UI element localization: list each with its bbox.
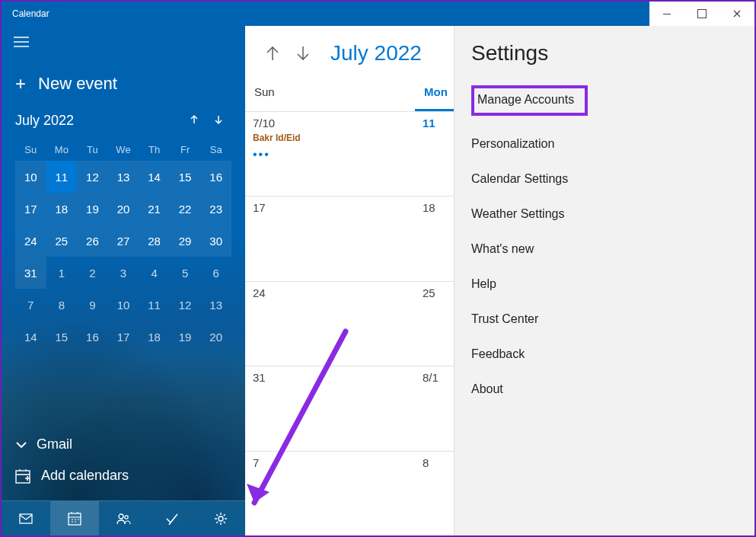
- mini-day[interactable]: 10: [108, 289, 139, 321]
- svg-point-3: [119, 514, 123, 519]
- window-maximize-button[interactable]: [684, 2, 719, 26]
- mini-day[interactable]: 16: [200, 161, 231, 193]
- mini-day[interactable]: 20: [200, 321, 231, 353]
- mini-day[interactable]: 19: [170, 321, 201, 353]
- cell-date: 24: [253, 286, 407, 299]
- cell-date: 7: [253, 456, 407, 469]
- mini-day[interactable]: 18: [139, 321, 170, 353]
- mini-day[interactable]: 4: [139, 257, 170, 289]
- settings-item-personalization[interactable]: Personalization: [471, 126, 738, 161]
- mini-day[interactable]: 22: [170, 193, 201, 225]
- mini-day[interactable]: 17: [15, 193, 46, 225]
- add-calendar-icon: [15, 468, 30, 484]
- mini-day[interactable]: 12: [77, 161, 108, 193]
- mini-day-header: Sa: [200, 138, 231, 161]
- mini-day[interactable]: 15: [46, 321, 78, 353]
- settings-item-help[interactable]: Help: [471, 267, 738, 302]
- mini-day[interactable]: 25: [46, 225, 78, 257]
- mini-day[interactable]: 11: [46, 161, 78, 193]
- mini-day-header: Su: [15, 138, 46, 161]
- window-minimize-button[interactable]: [649, 2, 684, 26]
- calendar-cell[interactable]: 24: [245, 281, 415, 366]
- mini-day-header: Fr: [170, 138, 201, 161]
- mini-next-button[interactable]: [213, 113, 224, 129]
- mini-day[interactable]: 9: [77, 289, 108, 321]
- mini-day[interactable]: 26: [77, 225, 108, 257]
- day-header: Sun: [245, 79, 415, 111]
- mini-month-label: July 2022: [15, 113, 189, 129]
- calendar-cell[interactable]: 7: [245, 451, 415, 535]
- mini-day[interactable]: 23: [200, 193, 231, 225]
- settings-item-feedback[interactable]: Feedback: [471, 337, 738, 372]
- people-app-button[interactable]: [99, 501, 148, 535]
- mini-day[interactable]: 16: [77, 321, 108, 353]
- main-month-title[interactable]: July 2022: [330, 41, 422, 66]
- new-event-label: New event: [38, 74, 117, 94]
- mini-day[interactable]: 14: [15, 321, 46, 353]
- mini-day-header: We: [108, 138, 139, 161]
- mini-day[interactable]: 27: [108, 225, 139, 257]
- mini-day[interactable]: 28: [139, 225, 170, 257]
- mini-day[interactable]: 21: [139, 193, 170, 225]
- mini-day[interactable]: 30: [200, 225, 231, 257]
- mini-day[interactable]: 31: [15, 257, 46, 289]
- window-title: Calendar: [2, 8, 649, 19]
- mini-day[interactable]: 20: [108, 193, 139, 225]
- account-gmail[interactable]: Gmail: [12, 429, 234, 460]
- mini-day[interactable]: 17: [108, 321, 139, 353]
- next-period-button[interactable]: [292, 43, 314, 64]
- mini-day-header: Th: [139, 138, 170, 161]
- chevron-down-icon: [15, 439, 27, 451]
- mini-day[interactable]: 6: [200, 257, 231, 289]
- mini-day-header: Mo: [46, 138, 78, 161]
- mini-calendar: July 2022 SuMoTuWeThFrSa1011121314151617…: [2, 113, 245, 353]
- add-calendars-label: Add calendars: [41, 468, 129, 484]
- mail-app-button[interactable]: [2, 501, 50, 535]
- mini-day[interactable]: 2: [77, 257, 108, 289]
- mini-day[interactable]: 5: [170, 257, 201, 289]
- mini-day[interactable]: 18: [46, 193, 78, 225]
- mini-day[interactable]: 19: [77, 193, 108, 225]
- todo-app-button[interactable]: [148, 501, 196, 535]
- hamburger-menu-button[interactable]: [2, 26, 245, 58]
- mini-day[interactable]: 13: [108, 161, 139, 193]
- mini-prev-button[interactable]: [189, 113, 199, 129]
- calendar-cell[interactable]: 17: [245, 196, 415, 280]
- more-events-button[interactable]: •••: [253, 148, 407, 161]
- settings-item-about[interactable]: About: [471, 372, 738, 407]
- mini-day[interactable]: 3: [108, 257, 139, 289]
- settings-item-what-s-new[interactable]: What's new: [471, 232, 738, 267]
- event[interactable]: Bakr Id/Eid: [253, 133, 407, 143]
- mini-day[interactable]: 13: [200, 289, 231, 321]
- account-label: Gmail: [37, 436, 72, 452]
- settings-item-manage-accounts[interactable]: Manage Accounts: [471, 85, 588, 116]
- mini-day[interactable]: 11: [139, 289, 170, 321]
- mini-day[interactable]: 10: [15, 161, 46, 193]
- mini-day[interactable]: 14: [139, 161, 170, 193]
- mini-day[interactable]: 1: [46, 257, 78, 289]
- mini-day[interactable]: 7: [15, 289, 46, 321]
- settings-pane: Settings Manage AccountsPersonalizationC…: [454, 26, 754, 535]
- calendar-app-button[interactable]: [50, 501, 99, 535]
- settings-item-weather-settings[interactable]: Weather Settings: [471, 197, 738, 232]
- mini-day[interactable]: 24: [15, 225, 46, 257]
- mini-day[interactable]: 8: [46, 289, 78, 321]
- svg-rect-1: [20, 514, 32, 523]
- settings-title: Settings: [471, 41, 738, 66]
- calendar-main-view: July 2022 SunMonTue 7/10Bakr Id/Eid•••11…: [245, 26, 754, 535]
- prev-period-button[interactable]: [262, 43, 283, 64]
- settings-item-trust-center[interactable]: Trust Center: [471, 302, 738, 337]
- calendar-cell[interactable]: 7/10Bakr Id/Eid•••: [245, 111, 415, 196]
- calendar-cell[interactable]: 31: [245, 366, 415, 450]
- svg-point-5: [219, 516, 223, 521]
- mini-day[interactable]: 12: [170, 289, 201, 321]
- mini-day-header: Tu: [77, 138, 108, 161]
- mini-day[interactable]: 15: [170, 161, 201, 193]
- window-close-button[interactable]: [719, 2, 754, 26]
- settings-button[interactable]: [196, 501, 245, 535]
- new-event-button[interactable]: + New event: [2, 58, 245, 113]
- settings-item-calendar-settings[interactable]: Calendar Settings: [471, 161, 738, 197]
- sidebar: + New event July 2022 SuMoTuWeThFrSa1011…: [2, 26, 245, 535]
- mini-day[interactable]: 29: [170, 225, 201, 257]
- add-calendars-button[interactable]: Add calendars: [12, 460, 234, 491]
